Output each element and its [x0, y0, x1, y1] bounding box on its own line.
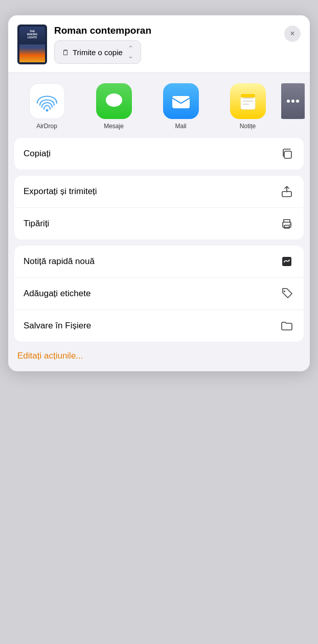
app-icon-airdrop	[29, 83, 65, 119]
more-graphic	[285, 93, 301, 109]
app-label-messages: Mesaje	[104, 123, 124, 130]
svg-point-1	[106, 93, 122, 107]
app-icon-more	[281, 83, 305, 119]
action-pill-label: Trimite o copie	[73, 48, 123, 57]
save-files-label: Salvare în Fișiere	[24, 321, 91, 331]
svg-point-11	[291, 100, 294, 103]
app-item-notes[interactable]: Notițe	[214, 83, 281, 130]
action-row-copy[interactable]: Copiați	[14, 138, 304, 170]
copy-icon	[279, 146, 294, 161]
quick-note-label: Notiță rapidă nouă	[24, 256, 95, 267]
action-row-print[interactable]: Tipăriți	[14, 208, 304, 240]
app-icon-messages	[96, 83, 132, 119]
svg-point-17	[289, 224, 290, 225]
edit-actions[interactable]: Editați acțiunile...	[8, 348, 310, 371]
action-row-save-files[interactable]: Salvare în Fișiere	[14, 310, 304, 342]
quick-note-icon	[279, 254, 294, 269]
notes-graphic	[237, 90, 259, 112]
app-item-messages[interactable]: Mesaje	[80, 83, 147, 130]
app-item-more[interactable]	[281, 83, 305, 130]
svg-rect-3	[172, 96, 190, 108]
tag-icon	[279, 286, 294, 301]
print-icon	[279, 216, 294, 231]
action-group-3: Notiță rapidă nouă Adăugați etichete	[14, 246, 304, 342]
app-label-notes: Notițe	[240, 123, 256, 130]
print-label: Tipăriți	[24, 219, 49, 229]
book-cover-text: THEWAKINGLIGHTS	[19, 30, 45, 39]
export-label: Exportați și trimiteți	[24, 186, 97, 197]
app-item-mail[interactable]: Mail	[147, 83, 214, 130]
header-info: Roman contemporan 🗒 Trimite o copie ⌃⌄	[54, 25, 277, 64]
tags-label: Adăugați etichete	[24, 289, 90, 299]
mail-graphic	[170, 90, 192, 112]
action-row-tags[interactable]: Adăugați etichete	[14, 278, 304, 310]
action-row-export[interactable]: Exportați și trimiteți	[14, 176, 304, 208]
close-button[interactable]: ×	[284, 26, 301, 42]
svg-rect-16	[284, 225, 289, 228]
document-icon: 🗒	[62, 48, 70, 57]
svg-rect-9	[241, 96, 255, 98]
svg-point-19	[284, 291, 285, 292]
app-icon-notes	[230, 83, 266, 119]
airdrop-graphic	[36, 90, 58, 112]
svg-rect-13	[284, 151, 291, 158]
app-label-airdrop: AirDrop	[36, 123, 57, 130]
apps-row: AirDrop Mesaje Mail	[8, 73, 310, 138]
svg-point-10	[287, 100, 290, 103]
folder-icon	[279, 318, 294, 333]
messages-graphic	[104, 91, 124, 111]
action-pill[interactable]: 🗒 Trimite o copie ⌃⌄	[54, 40, 141, 64]
actions-area: Copiați Exportați și trimiteți	[8, 138, 310, 348]
chevron-icon: ⌃⌄	[128, 44, 133, 60]
svg-point-0	[46, 109, 48, 112]
action-row-quick-note[interactable]: Notiță rapidă nouă	[14, 246, 304, 278]
app-icon-mail	[163, 83, 199, 119]
edit-actions-label: Editați acțiunile...	[17, 351, 83, 361]
export-icon	[279, 184, 294, 199]
share-sheet: THEWAKINGLIGHTS Roman contemporan 🗒 Trim…	[8, 15, 310, 371]
action-group-2: Exportați și trimiteți Tipăriți	[14, 176, 304, 240]
app-label-mail: Mail	[175, 123, 186, 130]
action-group-1: Copiați	[14, 138, 304, 170]
sheet-header: THEWAKINGLIGHTS Roman contemporan 🗒 Trim…	[8, 15, 310, 73]
svg-point-12	[296, 100, 299, 103]
book-cover: THEWAKINGLIGHTS	[17, 25, 47, 64]
app-item-airdrop[interactable]: AirDrop	[13, 83, 80, 130]
copy-label: Copiați	[24, 149, 51, 159]
book-title: Roman contemporan	[54, 25, 277, 36]
